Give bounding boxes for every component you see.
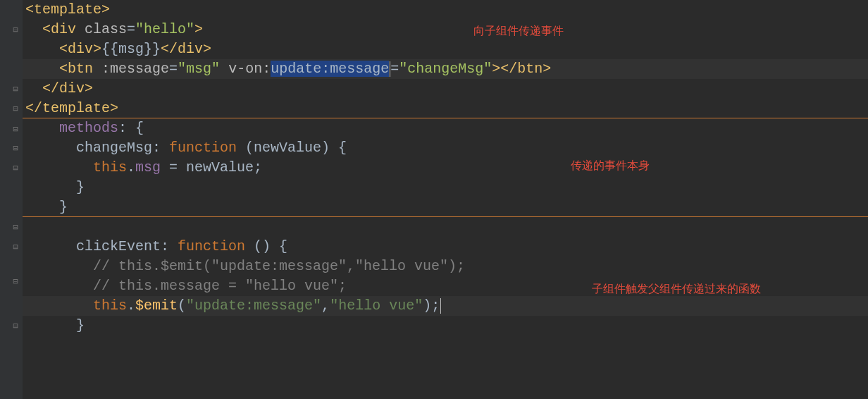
punct: (newValue) { — [237, 140, 347, 156]
code-line[interactable]: </template> — [23, 99, 868, 118]
string: "update:message" — [186, 297, 321, 314]
indent — [25, 41, 59, 57]
code-line[interactable]: clickEvent: function () { — [23, 237, 868, 257]
attr-value: " — [211, 61, 220, 77]
keyword: this — [93, 297, 127, 314]
keyword: function — [169, 140, 237, 156]
property: msg — [135, 159, 161, 176]
attr-name: : — [262, 61, 271, 77]
punct: ); — [423, 297, 440, 314]
fold-icon[interactable]: ⊟ — [11, 105, 20, 113]
punct: }} — [144, 41, 161, 57]
code-line[interactable]: } — [23, 316, 868, 336]
method-name: clickEvent — [76, 238, 161, 254]
attr-value: msg — [186, 61, 211, 77]
attr-value: " — [178, 61, 186, 77]
punct: : — [152, 140, 169, 156]
tag-close: </template> — [25, 100, 118, 116]
code-text: = newValue; — [161, 159, 262, 176]
fold-icon[interactable]: ⊟ — [11, 125, 20, 134]
code-line[interactable]: } — [23, 178, 868, 197]
fold-icon[interactable]: ⊟ — [11, 164, 20, 173]
fold-icon[interactable]: ⊟ — [11, 85, 20, 94]
indent — [25, 238, 76, 254]
punct: } — [76, 317, 85, 333]
code-line[interactable]: <btn :message="msg" v-on:update:message=… — [23, 59, 868, 79]
property: methods — [59, 120, 118, 136]
indent — [25, 61, 59, 77]
code-line[interactable]: } — [23, 197, 868, 217]
punct: : { — [118, 120, 144, 136]
attr-value: "changeMsg" — [399, 61, 492, 77]
indent — [25, 199, 59, 215]
comment: // this.message = "hello vue"; — [93, 278, 347, 294]
punct: = — [169, 61, 178, 77]
attr-name: :message — [101, 61, 169, 77]
code-line[interactable]: methods: { — [23, 118, 868, 138]
code-line[interactable]: <div>{{msg}}</div> — [23, 39, 868, 59]
tag-open: <btn — [59, 61, 101, 77]
code-area[interactable]: <template> <div class="hello"> <div>{{ms… — [23, 0, 868, 399]
punct: . — [127, 297, 135, 314]
indent — [25, 258, 93, 274]
punct: = — [127, 21, 135, 37]
tag-open: <div — [42, 21, 85, 37]
annotation-text: 向子组件传递事件 — [473, 24, 564, 39]
fold-icon[interactable]: ⊟ — [11, 26, 20, 35]
fold-icon[interactable]: ⊟ — [11, 145, 20, 153]
tag-close: ></btn> — [492, 61, 551, 77]
punct: } — [59, 199, 68, 215]
attr-value: "hello" — [135, 21, 194, 37]
punct: . — [127, 159, 135, 176]
tag-open: <template> — [25, 1, 110, 18]
method-name: changeMsg — [76, 140, 152, 156]
indent — [25, 140, 76, 156]
fold-icon[interactable]: ⊟ — [11, 223, 20, 232]
method-call: $emit — [135, 297, 178, 314]
keyword: function — [178, 238, 245, 254]
selected-text: update:message — [271, 61, 389, 77]
indent — [25, 159, 93, 176]
code-line[interactable]: <div class="hello"> — [23, 20, 868, 39]
punct: : — [161, 238, 178, 254]
code-line[interactable]: </div> — [23, 79, 868, 99]
tag-open: <div> — [59, 41, 101, 57]
indent — [25, 120, 59, 136]
caret — [440, 298, 441, 314]
gutter: ⊟ ⊟ ⊟ ⊟ ⊟ ⊟ ⊟ ⊟ ⊟ ⊟ — [0, 0, 23, 399]
string: "hello vue" — [330, 297, 423, 314]
code-line[interactable]: <template> — [23, 0, 868, 20]
fold-icon[interactable]: ⊟ — [11, 243, 20, 252]
punct: = — [390, 61, 399, 77]
annotation-text: 传递的事件本身 — [571, 159, 650, 173]
fold-icon[interactable]: ⊟ — [11, 278, 20, 286]
keyword: this — [93, 159, 127, 176]
attr-name: v-on — [228, 61, 262, 77]
punct: {{ — [101, 41, 118, 57]
indent — [25, 297, 93, 314]
variable: msg — [118, 41, 144, 57]
code-line[interactable]: this.$emit("update:message","hello vue")… — [23, 296, 868, 316]
punct: ( — [178, 297, 186, 314]
punct: } — [76, 179, 85, 195]
code-line[interactable]: this.msg = newValue; — [23, 158, 868, 178]
code-line[interactable]: // this.$emit("update:message","hello vu… — [23, 257, 868, 276]
punct: () { — [245, 238, 287, 254]
attr-name: class — [85, 21, 127, 37]
comment: // this.$emit("update:message","hello vu… — [93, 258, 465, 274]
indent — [25, 80, 42, 97]
tag-close: > — [194, 21, 203, 37]
indent — [25, 179, 76, 195]
indent — [25, 317, 76, 333]
code-line[interactable]: changeMsg: function (newValue) { — [23, 138, 868, 158]
tag-close: </div> — [42, 80, 93, 97]
code-line[interactable] — [23, 217, 868, 237]
tag-close: </div> — [161, 41, 211, 57]
indent — [25, 21, 42, 37]
punct: , — [321, 297, 330, 314]
fold-icon[interactable]: ⊟ — [11, 322, 20, 331]
code-editor[interactable]: ⊟ ⊟ ⊟ ⊟ ⊟ ⊟ ⊟ ⊟ ⊟ ⊟ <template> <div clas… — [0, 0, 868, 399]
indent — [25, 278, 93, 294]
annotation-text: 子组件触发父组件传递过来的函数 — [592, 282, 761, 297]
space — [220, 61, 228, 77]
